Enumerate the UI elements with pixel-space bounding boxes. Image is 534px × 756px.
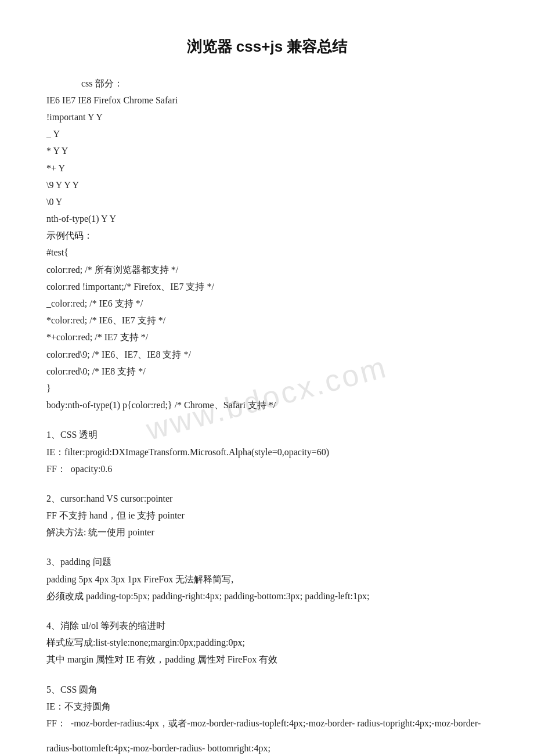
section-5-title: 5、CSS 圆角 (46, 682, 488, 697)
line: !important Y Y (46, 109, 488, 125)
line: _ Y (46, 126, 488, 142)
line: } (46, 380, 488, 396)
section-css-1: 1、CSS 透明 IE：filter:progid:DXImageTransfo… (46, 427, 488, 477)
section-1-title: 1、CSS 透明 (46, 427, 488, 442)
section-3-line2: 必须改成 padding-top:5px; padding-right:4px;… (46, 588, 488, 604)
line: css 部分： (46, 75, 488, 91)
line: _color:red; /* IE6 支持 */ (46, 296, 488, 311)
line: IE6 IE7 IE8 Firefox Chrome Safari (46, 92, 488, 108)
page-title: 浏览器 css+js 兼容总结 (46, 35, 488, 59)
page: www.bdocx.com 浏览器 css+js 兼容总结 css 部分： IE… (0, 0, 534, 756)
line: \9 Y Y Y (46, 177, 488, 193)
line: 示例代码： (46, 228, 488, 243)
section-4-line1: 样式应写成:list-style:none;margin:0px;padding… (46, 635, 488, 650)
line: #test{ (46, 244, 488, 260)
section-css-4: 4、消除 ul/ol 等列表的缩进时 样式应写成:list-style:none… (46, 618, 488, 668)
line: * Y Y (46, 143, 488, 159)
section-4-line2: 其中 margin 属性对 IE 有效，padding 属性对 FireFox … (46, 651, 488, 667)
line: color:red; /* 所有浏览器都支持 */ (46, 262, 488, 278)
section-3-line1: padding 5px 4px 3px 1px FireFox 无法解释简写, (46, 571, 488, 587)
line: body:nth-of-type(1) p{color:red;} /* Chr… (46, 397, 488, 413)
line: *+color:red; /* IE7 支持 */ (46, 329, 488, 345)
line: color:red\0; /* IE8 支持 */ (46, 363, 488, 379)
line: \0 Y (46, 194, 488, 210)
section-4-title: 4、消除 ul/ol 等列表的缩进时 (46, 618, 488, 633)
section-5-ff2: radius-bottomleft:4px;-moz-border-radius… (46, 740, 488, 756)
section-1-ie: IE：filter:progid:DXImageTransform.Micros… (46, 444, 488, 460)
section-2-line2: 解决方法: 统一使用 pointer (46, 524, 488, 540)
section-2-line1: FF 不支持 hand，但 ie 支持 pointer (46, 507, 488, 523)
section-css-2: 2、cursor:hand VS cursor:pointer FF 不支持 h… (46, 491, 488, 541)
line: *color:red; /* IE6、IE7 支持 */ (46, 312, 488, 328)
content: 浏览器 css+js 兼容总结 css 部分： IE6 IE7 IE8 Fire… (46, 35, 488, 756)
section-5-ie: IE：不支持圆角 (46, 699, 488, 714)
line: nth-of-type(1) Y Y (46, 211, 488, 226)
section-css-5: 5、CSS 圆角 IE：不支持圆角 FF： -moz-border-radius… (46, 682, 488, 756)
section-3-title: 3、padding 问题 (46, 554, 488, 570)
line: *+ Y (46, 160, 488, 176)
section-css-intro: css 部分： IE6 IE7 IE8 Firefox Chrome Safar… (46, 75, 488, 413)
line: color:red !important;/* Firefox、IE7 支持 *… (46, 279, 488, 294)
section-2-title: 2、cursor:hand VS cursor:pointer (46, 491, 488, 506)
section-1-ff: FF： opacity:0.6 (46, 461, 488, 477)
section-5-ff: FF： -moz-border-radius:4px，或者-moz-border… (46, 715, 488, 731)
line: color:red\9; /* IE6、IE7、IE8 支持 */ (46, 347, 488, 362)
section-css-3: 3、padding 问题 padding 5px 4px 3px 1px Fir… (46, 554, 488, 604)
